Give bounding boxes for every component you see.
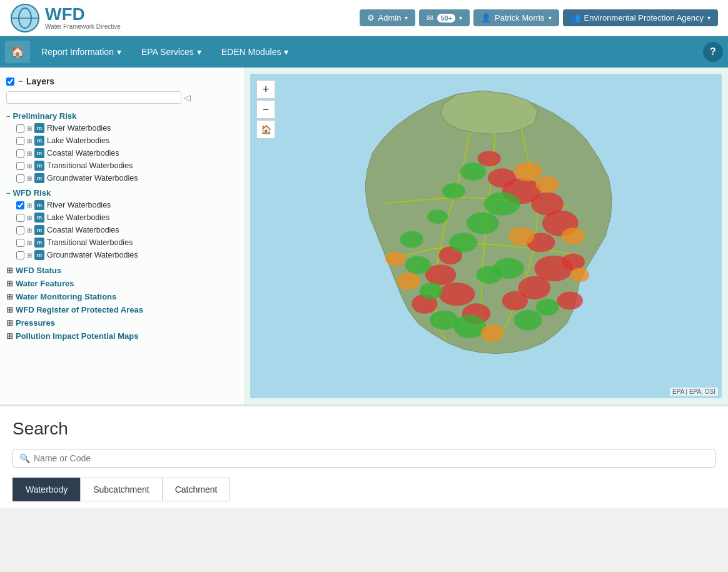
ireland-svg [250, 74, 722, 398]
list-item: ⊞ m Groundwater Waterbodies [16, 172, 238, 184]
report-information-nav[interactable]: Report Information ▾ [33, 42, 130, 62]
layer-label: Coastal Waterbodies [47, 149, 119, 158]
logo-wfd-text: WFD [45, 6, 121, 23]
svg-point-18 [488, 168, 516, 188]
notify-badge: 50+ [437, 14, 455, 23]
list-item: ⊞ m River Waterbodies [16, 122, 238, 134]
list-item: ⊞ m River Waterbodies [16, 199, 238, 211]
svg-point-28 [405, 256, 431, 274]
svg-point-22 [449, 233, 477, 253]
expand-icon: ⊞ [27, 138, 32, 144]
report-information-caret: ▾ [117, 47, 121, 57]
zoom-in-button[interactable]: + [256, 80, 275, 99]
m-icon: m [34, 136, 44, 146]
prelim-lake-checkbox[interactable] [16, 137, 24, 145]
home-map-button[interactable]: 🏠 [256, 120, 275, 139]
layer-search-triangle-icon: ◁ [184, 93, 191, 103]
map-container[interactable]: + − 🏠 [250, 74, 722, 398]
wfd-coastal-checkbox[interactable] [16, 226, 24, 234]
map-controls: + − 🏠 [256, 80, 275, 139]
preliminary-risk-title[interactable]: − Preliminary Risk [6, 110, 238, 122]
wfd-risk-title[interactable]: − WFD Risk [6, 187, 238, 199]
wfd-groundwater-checkbox[interactable] [16, 251, 24, 259]
svg-point-32 [460, 163, 486, 181]
expand-icon: ⊞ [27, 125, 32, 132]
help-button[interactable]: ? [703, 42, 723, 62]
home-button[interactable]: 🏠 [5, 41, 30, 63]
layer-label: Coastal Waterbodies [47, 226, 119, 234]
expand-icon: ⊞ [27, 252, 32, 259]
plus-icon: ⊞ [6, 305, 13, 314]
svg-point-21 [467, 213, 499, 234]
envelope-icon: ✉ [427, 13, 433, 23]
search-icon: 🔍 [19, 453, 30, 463]
prelim-coastal-checkbox[interactable] [16, 149, 24, 158]
layer-label: Transitional Waterbodies [47, 161, 133, 170]
expand-icon: ⊞ [27, 163, 32, 169]
wfd-lake-checkbox[interactable] [16, 214, 24, 222]
eden-modules-nav[interactable]: EDEN Modules ▾ [213, 42, 298, 62]
search-input[interactable] [34, 453, 709, 463]
wfd-river-checkbox[interactable] [16, 201, 24, 209]
water-monitoring-section[interactable]: ⊞ Water Monitoring Stations [6, 290, 238, 303]
svg-point-30 [536, 299, 559, 316]
user-caret: ▾ [549, 14, 552, 21]
svg-point-26 [430, 310, 458, 329]
prelim-groundwater-checkbox[interactable] [16, 174, 24, 183]
pollution-section[interactable]: ⊞ Pollution Impact Potential Maps [6, 329, 238, 343]
catchment-tab-label: Catchment [175, 484, 218, 494]
plus-icon: ⊞ [6, 318, 13, 328]
expand-icon: ⊞ [27, 175, 32, 182]
prelim-river-checkbox[interactable] [16, 124, 24, 133]
svg-point-27 [420, 283, 443, 299]
wfd-transitional-checkbox[interactable] [16, 239, 24, 247]
svg-point-24 [477, 266, 502, 284]
subcatchment-tab[interactable]: Subcatchment [80, 478, 162, 501]
eden-modules-caret: ▾ [284, 47, 288, 57]
layer-search-input[interactable] [6, 91, 181, 104]
pressures-section[interactable]: ⊞ Pressures [6, 316, 238, 329]
wfd-status-section[interactable]: ⊞ WFD Status [6, 264, 238, 277]
svg-point-29 [513, 309, 542, 330]
notify-button[interactable]: ✉ 50+ ▾ [419, 9, 470, 26]
catchment-tab[interactable]: Catchment [162, 478, 231, 501]
zoom-out-button[interactable]: − [256, 100, 275, 119]
waterbody-tab[interactable]: Waterbody [13, 478, 80, 501]
user-button[interactable]: 👤 Patrick Morris ▾ [473, 9, 559, 26]
svg-point-42 [481, 324, 504, 341]
main-content: − Layers ◁ − Preliminary Risk ⊞ m River … [0, 68, 728, 404]
org-button[interactable]: 👥 Environmental Protection Agency ▾ [563, 9, 719, 26]
admin-button[interactable]: ⚙ Admin ▾ [360, 9, 416, 26]
report-information-label: Report Information [41, 47, 114, 57]
preliminary-risk-label: Preliminary Risk [13, 111, 76, 121]
layers-master-checkbox[interactable] [6, 78, 14, 86]
expand-icon: ⊞ [27, 202, 32, 209]
epa-services-nav[interactable]: EPA Services ▾ [133, 42, 210, 62]
layer-label: Lake Waterbodies [47, 213, 109, 222]
m-icon: m [34, 238, 44, 248]
water-features-section[interactable]: ⊞ Water Features [6, 277, 238, 290]
svg-point-39 [570, 268, 589, 282]
list-item: ⊞ m Coastal Waterbodies [16, 147, 238, 159]
wfd-risk-items: ⊞ m River Waterbodies ⊞ m Lake Waterbodi… [16, 199, 238, 261]
wfd-risk-toggle: − [6, 189, 10, 197]
header-buttons: ⚙ Admin ▾ ✉ 50+ ▾ 👤 Patrick Morris ▾ 👥 E… [360, 9, 718, 26]
m-icon: m [34, 148, 44, 158]
section-label: Pressures [16, 318, 55, 328]
prelim-transitional-checkbox[interactable] [16, 162, 24, 170]
list-item: ⊞ m Transitional Waterbodies [16, 159, 238, 172]
section-label: Pollution Impact Potential Maps [16, 331, 138, 341]
svg-point-31 [400, 231, 423, 248]
expand-icon: ⊞ [27, 214, 32, 221]
layers-header: − Layers [6, 76, 238, 86]
svg-point-41 [385, 252, 406, 266]
section-label: Water Monitoring Stations [16, 292, 116, 301]
wfd-risk-group: − WFD Risk ⊞ m River Waterbodies ⊞ m Lak… [6, 187, 238, 261]
wfd-register-section[interactable]: ⊞ WFD Register of Protected Areas [6, 303, 238, 316]
layer-label: Transitional Waterbodies [47, 238, 133, 247]
expand-icon: ⊞ [27, 227, 32, 234]
svg-point-37 [508, 227, 534, 245]
svg-point-35 [513, 162, 542, 181]
wfd-risk-label: WFD Risk [13, 188, 51, 198]
nav-bar: 🏠 Report Information ▾ EPA Services ▾ ED… [0, 36, 728, 68]
